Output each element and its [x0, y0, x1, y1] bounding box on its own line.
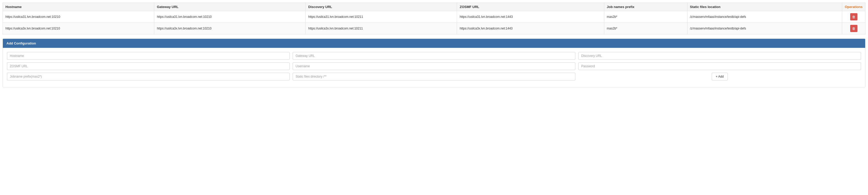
cell-gateway-url: https://usilca3x.lvn.broadcom.net:10210 [154, 23, 306, 34]
gateway-url-col [293, 52, 575, 60]
add-config-button[interactable]: + Add [712, 73, 727, 80]
cell-operations: 🗑 [842, 23, 865, 34]
cell-discovery-url: https://usilca3x.lvn.broadcom.net:10211 [306, 23, 457, 34]
form-row-2 [7, 62, 861, 70]
cell-job-prefix: mas2b* [604, 23, 687, 34]
hostname-input[interactable] [7, 52, 289, 60]
cell-static-files: /z/masserv/mfaas/instance/testb/api-defs [687, 23, 842, 34]
discovery-url-input[interactable] [579, 52, 861, 60]
add-config-title: Add Configuration [6, 41, 36, 45]
col-header-discovery-url: Discovery URL [306, 3, 457, 11]
cell-zosmf-url: https://usilca31.lvn.broadcom.net:1443 [457, 11, 604, 23]
delete-row-0-button[interactable]: 🗑 [850, 13, 858, 21]
username-col [293, 62, 575, 70]
static-files-input[interactable] [293, 73, 575, 80]
cell-hostname: https://usilca3x.lvn.broadcom.net:10210 [3, 23, 154, 34]
config-table: Hostname Gateway URL Discovery URL ZOSMF… [3, 3, 865, 34]
col-header-gateway-url: Gateway URL [154, 3, 306, 11]
jobname-prefix-col [7, 73, 289, 80]
cell-zosmf-url: https://usilca3x.lvn.broadcom.net:1443 [457, 23, 604, 34]
table-header-row: Hostname Gateway URL Discovery URL ZOSMF… [3, 3, 865, 11]
zosmf-url-col [7, 62, 289, 70]
add-config-body: + Add [3, 48, 865, 87]
discovery-url-col [579, 52, 861, 60]
col-header-zosmf-url: ZOSMF URL [457, 3, 604, 11]
password-input[interactable] [579, 62, 861, 70]
cell-hostname: https://usilca31.lvn.broadcom.net:10210 [3, 11, 154, 23]
col-header-operations: Operations [842, 3, 865, 11]
jobname-prefix-input[interactable] [7, 73, 289, 80]
cell-gateway-url: https://usilca31.lvn.broadcom.net:10210 [154, 11, 306, 23]
form-row-1 [7, 52, 861, 60]
add-button-label: + Add [716, 75, 723, 78]
col-header-job-names-prefix: Job names prefix [604, 3, 687, 11]
gateway-url-input[interactable] [293, 52, 575, 60]
table-row: https://usilca3x.lvn.broadcom.net:10210 … [3, 23, 865, 34]
cell-operations: 🗑 [842, 11, 865, 23]
username-input[interactable] [293, 62, 575, 70]
delete-row-1-button[interactable]: 🗑 [850, 25, 858, 32]
cell-static-files: /z/masserv/mfaas/instance/testb/api-defs [687, 11, 842, 23]
page-container: Hostname Gateway URL Discovery URL ZOSMF… [0, 0, 868, 90]
cell-job-prefix: mas2b* [604, 11, 687, 23]
form-row-3: + Add [7, 73, 861, 80]
hostname-col [7, 52, 289, 60]
add-button-col: + Add [579, 73, 861, 80]
table-row: https://usilca31.lvn.broadcom.net:10210 … [3, 11, 865, 23]
add-config-panel: Add Configuration [3, 38, 865, 87]
cell-discovery-url: https://usilca31.lvn.broadcom.net:10211 [306, 11, 457, 23]
col-header-hostname: Hostname [3, 3, 154, 11]
static-files-col [293, 73, 575, 80]
col-header-static-files: Static files location [687, 3, 842, 11]
password-col [579, 62, 861, 70]
add-config-header: Add Configuration [3, 39, 865, 48]
zosmf-url-input[interactable] [7, 62, 289, 70]
